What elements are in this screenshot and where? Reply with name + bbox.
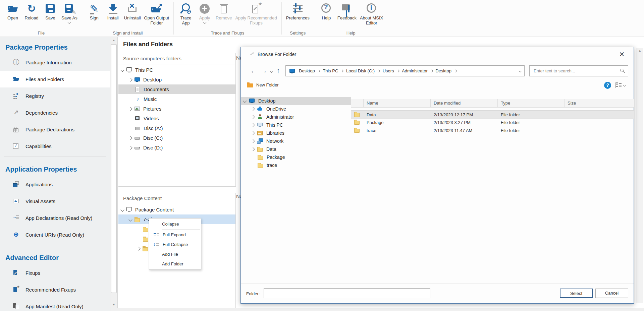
context-menu-item-full-collapse[interactable]: Full Collapse (149, 240, 201, 249)
save-as-button[interactable]: ✎Save As (60, 1, 79, 24)
icon-column-header[interactable] (351, 99, 364, 107)
tree-item-libraries[interactable]: Libraries (241, 129, 351, 137)
preferences-button[interactable]: Preferences (284, 1, 311, 21)
tree-item-network[interactable]: Network (241, 137, 351, 145)
view-options-button[interactable] (615, 82, 626, 88)
column-header-date-modified[interactable]: Date modified (431, 99, 498, 107)
help-icon[interactable]: ? (604, 82, 611, 89)
file-list-row-package[interactable]: Package2/13/2023 3:27 PMFile folder (351, 118, 634, 126)
main-vertical-scrollbar[interactable]: ▲ (636, 48, 643, 303)
chevron-right-icon[interactable] (128, 146, 132, 149)
column-header-size[interactable]: Size (565, 99, 634, 107)
sidebar-item-registry[interactable]: Registry (0, 87, 110, 104)
chevron-right-icon[interactable] (251, 123, 255, 127)
cancel-button[interactable]: Cancel (595, 289, 628, 298)
column-header-type[interactable]: Type (498, 99, 565, 107)
feedback-button[interactable]: Feedback (336, 1, 358, 21)
sidebar-item-visual-assets[interactable]: Visual Assets (0, 193, 110, 209)
chevron-down-icon[interactable] (128, 217, 132, 221)
breadcrumb-item-desktop[interactable]: Desktop (435, 68, 451, 73)
breadcrumb-dropdown-icon[interactable] (519, 70, 521, 72)
folder-name-input[interactable] (264, 288, 430, 298)
tree-item-desktop[interactable]: Desktop (118, 75, 235, 84)
up-arrow-icon[interactable]: ↑ (276, 67, 280, 75)
tree-item-videos[interactable]: Videos (118, 114, 235, 123)
scroll-up-icon[interactable]: ▲ (111, 37, 117, 43)
sidebar-item-package-information[interactable]: ⓘPackage Information (0, 54, 110, 71)
back-arrow-icon[interactable]: ← (250, 67, 257, 75)
forward-arrow-icon[interactable]: → (260, 67, 267, 75)
close-icon[interactable]: ✕ (618, 50, 626, 59)
tree-item-music[interactable]: ♪Music (118, 94, 235, 104)
breadcrumb-item-desktop[interactable]: Desktop (299, 68, 315, 73)
chevron-right-icon[interactable] (137, 247, 140, 250)
chevron-right-icon[interactable] (251, 115, 255, 119)
chevron-right-icon[interactable] (251, 107, 255, 111)
chevron-down-icon[interactable] (68, 21, 71, 24)
tree-item-data[interactable]: Data (241, 145, 351, 153)
tree-item-disc-c[interactable]: Disc (C:) (118, 133, 235, 143)
history-dropdown-icon[interactable] (270, 70, 273, 73)
breadcrumb-separator-icon[interactable] (341, 70, 343, 72)
sidebar-scrollbar[interactable]: ▲ ▼ (110, 37, 117, 311)
chevron-right-icon[interactable] (251, 147, 255, 151)
chevron-right-icon[interactable] (128, 107, 132, 111)
sidebar-item-package-declarations[interactable]: Package Declarations (0, 121, 110, 138)
remove-button[interactable]: Remove (214, 1, 233, 21)
uninstall-button[interactable]: Uninstall (122, 1, 143, 21)
tree-item-package-content[interactable]: Package Content (118, 205, 235, 214)
context-menu-item-full-expand[interactable]: Full Expand (149, 230, 201, 240)
scroll-up-icon[interactable]: ▲ (636, 49, 643, 52)
tree-item-package[interactable]: Package (241, 153, 351, 161)
sidebar-item-applications[interactable]: Applications (0, 176, 110, 193)
sidebar-item-recommended-fixups[interactable]: Recommended Fixups (0, 281, 110, 298)
breadcrumb-separator-icon[interactable] (397, 70, 399, 72)
tree-item-this-pc[interactable]: This PC (241, 121, 351, 129)
file-list-row-data[interactable]: Data2/13/2023 12:17 PMFile folder (351, 110, 634, 119)
dialog-title-bar[interactable]: Browse For Folder ✕ (241, 47, 634, 61)
breadcrumb-item-users[interactable]: Users (383, 68, 394, 73)
save-button[interactable]: Save (41, 1, 60, 21)
trace-app-button[interactable]: Trace App (176, 1, 195, 26)
chevron-right-icon[interactable] (251, 139, 255, 143)
about-msix-editor-button[interactable]: About MSIX Editor (358, 1, 385, 26)
breadcrumb-separator-icon[interactable] (454, 70, 457, 72)
reload-button[interactable]: ↻Reload (22, 1, 41, 21)
context-menu-item-collapse[interactable]: Collapse (149, 219, 201, 229)
sidebar-item-files-and-folders[interactable]: Files and Folders (0, 71, 110, 87)
breadcrumb-separator-icon[interactable] (430, 70, 433, 72)
chevron-down-icon[interactable] (203, 21, 206, 24)
sidebar-item-app-manifest-read-only[interactable]: App Manifest (Read Only) (0, 298, 110, 311)
sidebar-item-capabilities[interactable]: Capabilities (0, 138, 110, 154)
help-button[interactable]: Help (317, 1, 336, 21)
sign-button[interactable]: ✎Sign (85, 1, 104, 21)
search-box[interactable]: Enter text to search... (529, 65, 628, 76)
file-list-row-trace[interactable]: trace2/13/2023 11:47 AMFile folder (351, 126, 634, 134)
tree-item-documents[interactable]: Documents (118, 84, 235, 94)
search-icon[interactable] (620, 68, 625, 73)
tree-item-this-pc[interactable]: This PC (118, 65, 235, 75)
install-button[interactable]: Install (104, 1, 122, 21)
column-header-name[interactable]: Name (364, 99, 431, 107)
breadcrumb-item-administrator[interactable]: Administrator (402, 68, 428, 73)
chevron-down-icon[interactable] (120, 208, 124, 211)
sidebar-item-app-declarations-read-only[interactable]: App Declarations (Read Only) (0, 209, 110, 226)
chevron-right-icon[interactable] (128, 78, 132, 81)
tree-item-desktop[interactable]: Desktop (241, 97, 351, 105)
context-menu-item-add-folder[interactable]: Add Folder (149, 259, 201, 269)
tree-item-onedrive[interactable]: OneDrive (241, 105, 351, 113)
chevron-right-icon[interactable] (251, 131, 255, 135)
sidebar-item-fixups[interactable]: Fixups (0, 264, 110, 281)
tree-item-disc-d[interactable]: Disc (D:) (118, 143, 235, 152)
breadcrumb-item-this-pc[interactable]: This PC (323, 68, 338, 73)
chevron-right-icon[interactable] (128, 136, 132, 140)
breadcrumb-separator-icon[interactable] (318, 70, 320, 72)
apply-recommended-fixups-button[interactable]: Apply Recommended Fixups (233, 1, 278, 26)
open-button[interactable]: Open (3, 1, 22, 21)
scroll-down-icon[interactable]: ▼ (111, 302, 117, 308)
new-folder-button[interactable]: New Folder (247, 82, 278, 88)
sidebar-item-content-uris-read-only[interactable]: ⊕Content URIs (Read Only) (0, 226, 110, 243)
chevron-down-icon[interactable] (243, 99, 247, 103)
breadcrumb-separator-icon[interactable] (377, 70, 380, 72)
tree-item-trace[interactable]: trace (241, 161, 351, 169)
